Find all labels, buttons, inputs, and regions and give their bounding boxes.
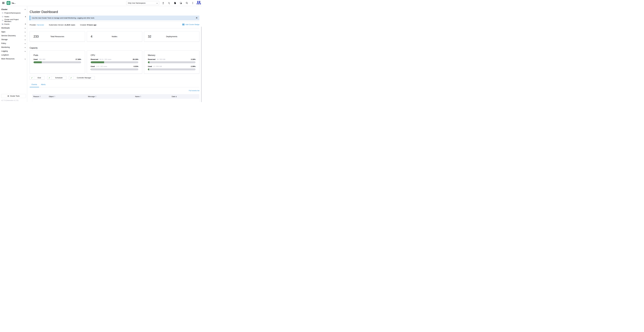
sidebar-group-workloads[interactable]: Workloads — [0, 26, 27, 30]
sidebar-group-policy[interactable]: Policy — [0, 41, 27, 45]
capacity-row-percent: 28.18% — [133, 58, 138, 60]
events-alerts-tabs: Events Alerts — [30, 83, 200, 87]
kubernetes-version-suffix: +rke2r1 — [70, 24, 75, 26]
column-header-name[interactable]: Name — [135, 96, 172, 97]
provider-link[interactable]: Harvester — [37, 24, 44, 26]
badge-icon — [182, 23, 184, 25]
sidebar-group-logging[interactable]: Logging — [0, 49, 27, 53]
chevron-down-icon — [24, 46, 26, 48]
progress-bar-fill — [148, 61, 150, 63]
sidebar-item-projects-namespaces[interactable]: Projects/Namespaces — [0, 11, 27, 15]
provider-label: Provider: — [30, 24, 36, 26]
capacity-row-percent: 17.38% — [76, 58, 81, 60]
kubeconfig-file-icon[interactable] — [174, 2, 176, 4]
import-yaml-icon[interactable] — [162, 2, 164, 4]
capacity-row-detail: 12 / 503 GiB — [153, 66, 162, 67]
component-label: Etcd — [34, 77, 44, 79]
kubernetes-version-value: v1.25.9 — [64, 24, 70, 26]
chevron-down-icon — [24, 27, 26, 28]
sidebar-item-cluster-and-project-members[interactable]: Cluster and Project Members — [0, 18, 27, 22]
copy-kubeconfig-icon[interactable] — [180, 2, 182, 4]
add-cluster-badge-label[interactable]: Add Cluster Badge — [185, 23, 200, 25]
column-label: Date — [172, 96, 175, 97]
sidebar-group-label: Workloads — [1, 27, 10, 29]
full-events-row: Full events list — [30, 90, 200, 92]
sidebar-group-label: Policy — [1, 42, 6, 44]
gear-icon: ⚙ — [8, 95, 9, 97]
capacity-row-label: Used — [148, 65, 152, 67]
capacity-row-label: Used — [34, 58, 38, 60]
cluster-meta-row: Provider: Harvester Kubernetes Version: … — [30, 23, 200, 26]
capacity-card-cpu: CPU Reserved 54.11 / 192 cores 28.18% Us… — [87, 50, 142, 74]
vertical-scrollbar[interactable] — [201, 27, 202, 102]
column-label: Message — [88, 96, 95, 97]
capacity-row-label: Reserved — [148, 58, 156, 60]
events-table-header: Reason Object Message Name Date — [32, 94, 200, 99]
page-title: Cluster Dashboard — [30, 10, 200, 14]
sidebar-group-label: Monitoring — [1, 46, 10, 48]
sidebar-group-service-discovery[interactable]: Service Discovery — [0, 34, 27, 37]
search-icon[interactable] — [186, 2, 188, 4]
sidebar-item-nodes[interactable]: Nodes 4 — [0, 15, 27, 18]
progress-bar — [91, 61, 138, 63]
sidebar-group-longhorn[interactable]: Longhorn — [0, 53, 27, 57]
sidebar-section-label: Cluster — [1, 8, 8, 10]
sidebar-group-more-resources[interactable]: More Resources — [0, 57, 27, 61]
top-header: ha... Only User Namespaces — [0, 0, 202, 6]
component-status-row: ✓ Etcd ✓ Scheduler ✓ Controller Manager — [30, 76, 200, 79]
globe-icon — [2, 12, 4, 14]
sort-icon — [40, 96, 41, 97]
capacity-card-title: CPU — [91, 54, 138, 56]
close-icon[interactable]: ✕ — [196, 17, 198, 19]
sidebar-group-monitoring[interactable]: Monitoring — [0, 45, 27, 49]
column-header-reason[interactable]: Reason — [33, 96, 49, 97]
column-header-message[interactable]: Message — [88, 96, 135, 97]
progress-bar-fill — [91, 61, 104, 63]
progress-bar-fill — [148, 68, 149, 70]
capacity-row: Used 139 / 800 17.38% — [34, 58, 81, 60]
check-icon: ✓ — [69, 76, 74, 79]
globe-icon — [2, 19, 4, 21]
sort-icon — [140, 96, 141, 97]
capacity-card-memory: Memory Reserved 16 / 503 GiB 3.18% Used … — [144, 50, 200, 74]
user-avatar[interactable] — [197, 1, 201, 5]
column-label: Name — [135, 96, 140, 97]
cluster-tools-label: Cluster Tools — [10, 95, 20, 97]
kubectl-shell-icon[interactable] — [168, 2, 170, 4]
column-header-date[interactable]: Date — [172, 96, 200, 97]
harvester-logo[interactable] — [6, 1, 10, 5]
progress-bar-fill — [34, 61, 42, 63]
component-label: Scheduler — [52, 77, 66, 79]
sidebar-item-label: Cluster and Project Members — [4, 18, 26, 22]
sidebar-section-cluster[interactable]: Cluster — [0, 8, 27, 11]
capacity-row-percent: 2.39% — [191, 65, 196, 67]
namespace-filter-select[interactable]: Only User Namespaces — [126, 1, 159, 5]
column-header-object[interactable]: Object — [49, 96, 88, 97]
component-label: Controller Manager — [74, 77, 95, 79]
kebab-menu-icon[interactable] — [192, 2, 194, 4]
add-cluster-badge-link[interactable]: Add Cluster Badge — [182, 23, 200, 25]
check-icon: ✓ — [47, 76, 52, 79]
cluster-tools-button[interactable]: ⚙ Cluster Tools — [1, 94, 26, 98]
sidebar-item-events[interactable]: Events 0 — [0, 22, 27, 26]
tab-alerts[interactable]: Alerts — [39, 83, 48, 87]
stat-label: Deployments — [144, 35, 199, 37]
capacity-row: Reserved 54.11 / 192 cores 28.18% — [91, 58, 138, 60]
sidebar-group-storage[interactable]: Storage — [0, 37, 27, 41]
progress-bar — [91, 68, 138, 70]
tab-events[interactable]: Events — [30, 83, 39, 87]
folder-icon — [2, 23, 4, 25]
full-events-list-link[interactable]: Full events list — [189, 90, 200, 92]
capacity-row-percent: 0.53% — [134, 65, 138, 67]
sidebar-group-label: Apps — [1, 31, 6, 33]
header-icons — [162, 2, 194, 4]
hamburger-menu-icon[interactable] — [2, 2, 4, 4]
component-status-etcd: ✓ Etcd — [30, 76, 44, 79]
chevron-down-icon — [24, 35, 26, 36]
capacity-row-detail: 54.11 / 192 cores — [100, 58, 112, 60]
sidebar-group-apps[interactable]: Apps — [0, 30, 27, 34]
cluster-name[interactable]: ha... — [12, 2, 16, 4]
chevron-down-icon — [24, 31, 26, 32]
sidebar-group-label: Logging — [1, 50, 8, 52]
capacity-card-pods: Pods Used 139 / 800 17.38% — [30, 50, 85, 74]
